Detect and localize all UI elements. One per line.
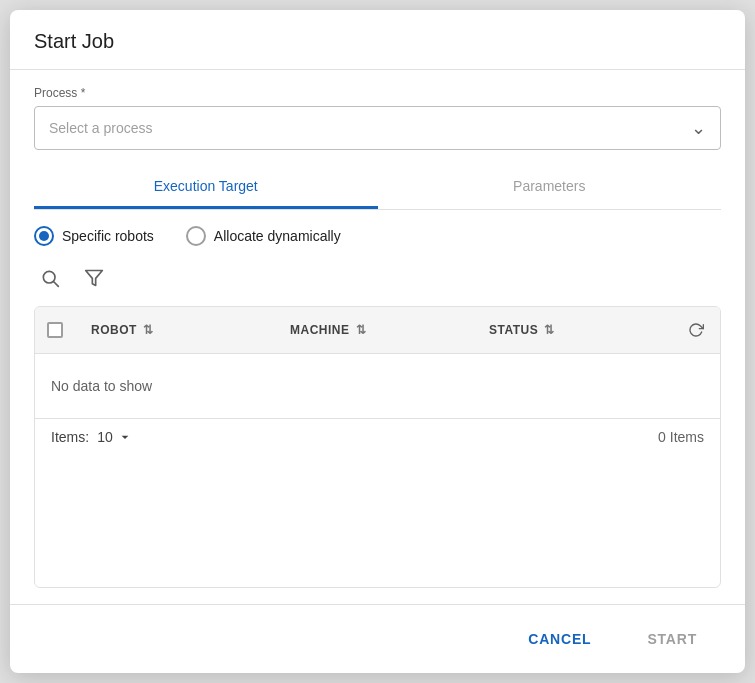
table-header: ROBOT MACHINE STATUS — [35, 307, 720, 354]
search-icon — [40, 268, 60, 288]
table-footer: Items: 10 0 Items — [35, 418, 720, 455]
dialog-body: Process * Select a process ⌄ Execution T… — [10, 70, 745, 588]
robots-table: ROBOT MACHINE STATUS — [34, 306, 721, 588]
toolbar — [34, 262, 721, 294]
machine-sort-icon[interactable] — [356, 323, 367, 337]
status-sort-icon[interactable] — [544, 323, 555, 337]
tabs-container: Execution Target Parameters — [34, 166, 721, 210]
radio-allocate-dynamically[interactable]: Allocate dynamically — [186, 226, 341, 246]
items-per-page-value: 10 — [97, 429, 113, 445]
radio-group: Specific robots Allocate dynamically — [34, 226, 721, 246]
th-status: STATUS — [473, 307, 672, 353]
cancel-button[interactable]: CANCEL — [504, 621, 615, 657]
radio-specific-robots-inner — [39, 231, 49, 241]
tab-execution-target[interactable]: Execution Target — [34, 166, 378, 209]
process-label: Process * — [34, 86, 721, 100]
radio-allocate-dynamically-label: Allocate dynamically — [214, 228, 341, 244]
items-per-page-dropdown[interactable]: 10 — [97, 429, 133, 445]
filter-icon — [84, 268, 104, 288]
filter-button[interactable] — [78, 262, 110, 294]
robot-sort-icon[interactable] — [143, 323, 154, 337]
radio-specific-robots-button[interactable] — [34, 226, 54, 246]
refresh-icon[interactable] — [688, 319, 704, 341]
dialog-footer: CANCEL START — [10, 604, 745, 673]
th-machine: MACHINE — [274, 307, 473, 353]
th-robot: ROBOT — [75, 307, 274, 353]
radio-specific-robots-label: Specific robots — [62, 228, 154, 244]
th-checkbox — [35, 307, 75, 353]
svg-line-1 — [54, 282, 59, 287]
start-button[interactable]: START — [623, 621, 721, 657]
items-label: Items: — [51, 429, 89, 445]
search-button[interactable] — [34, 262, 66, 294]
svg-marker-2 — [86, 271, 103, 286]
process-select[interactable]: Select a process ⌄ — [34, 106, 721, 150]
items-dropdown-chevron-icon — [117, 429, 133, 445]
radio-specific-robots[interactable]: Specific robots — [34, 226, 154, 246]
th-refresh — [672, 307, 720, 353]
items-per-page-section: Items: 10 — [51, 429, 133, 445]
radio-allocate-dynamically-button[interactable] — [186, 226, 206, 246]
total-items-count: 0 Items — [658, 429, 704, 445]
process-select-placeholder: Select a process — [49, 120, 153, 136]
dialog-header: Start Job — [10, 10, 745, 70]
no-data-message: No data to show — [35, 354, 720, 418]
process-section: Process * Select a process ⌄ — [34, 86, 721, 150]
chevron-down-icon: ⌄ — [691, 117, 706, 139]
table-body: No data to show — [35, 354, 720, 418]
dialog-title: Start Job — [34, 30, 721, 53]
start-job-dialog: Start Job Process * Select a process ⌄ E… — [10, 10, 745, 673]
select-all-checkbox[interactable] — [47, 322, 63, 338]
tab-parameters[interactable]: Parameters — [378, 166, 722, 209]
